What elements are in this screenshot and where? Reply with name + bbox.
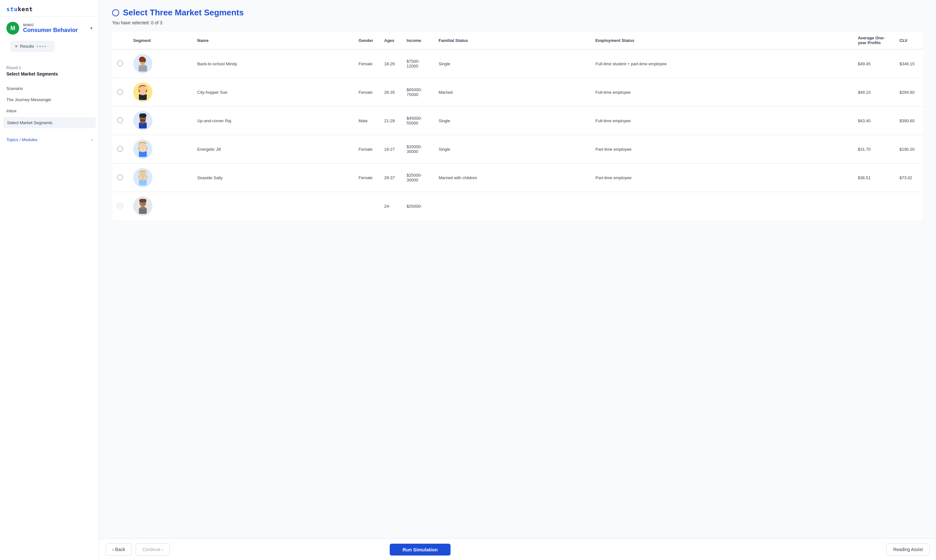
results-label: Results [20, 44, 34, 49]
employment-cell: Full-time employee [591, 78, 853, 106]
main-content: Select Three Market Segments You have se… [99, 0, 936, 538]
segment-radio-jill[interactable] [117, 146, 123, 152]
gender-cell: Female [353, 163, 379, 192]
svg-point-12 [140, 121, 146, 124]
select-label: Select Market Segments [7, 120, 52, 125]
topics-chevron-icon: › [91, 137, 93, 142]
ages-cell: 18-27 [379, 135, 402, 163]
scenario-label: Scenario [6, 86, 23, 91]
back-button[interactable]: ‹ Back [106, 543, 132, 555]
profits-cell [853, 192, 894, 220]
profits-cell: $49.45 [853, 49, 894, 78]
clv-cell: $346.15 [894, 49, 923, 78]
segment-radio-sue[interactable] [117, 89, 123, 95]
employment-cell: Part-time employee [591, 163, 853, 192]
clv-cell: $73.02 [894, 163, 923, 192]
avatar-cell [128, 106, 192, 135]
col-header-radio [112, 32, 128, 49]
segment-radio-partial[interactable] [117, 203, 123, 209]
radio-cell [112, 135, 128, 163]
selected-count-text: You have selected: 0 of 3 [112, 20, 923, 25]
ages-cell: 18-26 [379, 49, 402, 78]
employment-cell: Full-time employee [591, 106, 853, 135]
col-header-clv: CLV [894, 32, 923, 49]
continue-button: Continue › [136, 543, 170, 555]
section-title: Select Market Segments [6, 71, 93, 77]
run-simulation-button[interactable]: Run Simulation [390, 544, 450, 555]
sidebar-item-journey[interactable]: The Journey Messenger [0, 94, 99, 105]
page-header: Select Three Market Segments [112, 8, 923, 18]
name-cell: Up-and-comer Raj [192, 106, 353, 135]
mimic-label: MIMIC [23, 23, 78, 27]
col-header-name: Name [192, 32, 353, 49]
name-cell: City-hopper Sue [192, 78, 353, 106]
reading-assist-button[interactable]: Reading Assist [887, 543, 930, 555]
name-cell: Seaside Sally [192, 163, 353, 192]
gender-cell [353, 192, 379, 220]
hamburger-icon: ≡ [15, 44, 18, 49]
col-header-income: Income [402, 32, 433, 49]
svg-point-20 [140, 171, 146, 178]
table-row: City-hopper Sue Female 26-35 $65000-7500… [112, 78, 923, 106]
col-header-employment: Employment Status [591, 32, 853, 49]
clv-cell [894, 192, 923, 220]
results-dots: ●●●●·· [37, 45, 50, 48]
name-cell: Back-to-school Mindy [192, 49, 353, 78]
sidebar-item-topics[interactable]: Topics / Modules › [0, 134, 99, 145]
employment-cell: Part-time employee [591, 135, 853, 163]
clv-cell: $190.20 [894, 135, 923, 163]
income-cell: $20000-30000 [402, 135, 433, 163]
radio-cell [112, 49, 128, 78]
gender-cell: Male [353, 106, 379, 135]
table-row: Seaside Sally Female 28-37 $25000-30000 … [112, 163, 923, 192]
mimic-header: M MIMIC Consumer Behavior ▾ [0, 17, 99, 38]
segment-radio-mindy[interactable] [117, 60, 123, 66]
segment-radio-sally[interactable] [117, 174, 123, 180]
col-header-segment: Segment [128, 32, 192, 49]
svg-rect-25 [139, 199, 146, 203]
svg-point-18 [140, 150, 146, 152]
radio-cell [112, 78, 128, 106]
table-header: Segment Name Gender Ages Income Familial… [112, 32, 923, 49]
svg-point-3 [140, 64, 146, 67]
profits-cell: $36.51 [853, 163, 894, 192]
gender-cell: Female [353, 135, 379, 163]
main-area: Select Three Market Segments You have se… [99, 0, 936, 560]
header-circle-icon [112, 9, 119, 16]
clv-cell: $294.60 [894, 78, 923, 106]
col-header-profits: Average One-year Profits [853, 32, 894, 49]
name-cell: Energetic Jill [192, 135, 353, 163]
inbox-label: Inbox [6, 108, 17, 113]
round-label: Round 1 [6, 66, 93, 70]
radio-cell [112, 106, 128, 135]
name-cell [192, 192, 353, 220]
sidebar-item-select-segments[interactable]: Select Market Segments [3, 117, 96, 128]
familial-cell: Single [433, 135, 591, 163]
svg-point-5 [140, 85, 146, 93]
table-body: Back-to-school Mindy Female 18-26 $7500-… [112, 49, 923, 220]
segment-radio-raj[interactable] [117, 117, 123, 123]
ages-cell: 28-37 [379, 163, 402, 192]
table-row: Back-to-school Mindy Female 18-26 $7500-… [112, 49, 923, 78]
mimic-title: MIMIC Consumer Behavior [23, 23, 78, 34]
results-button[interactable]: ≡ Results ●●●●·· [10, 41, 55, 52]
familial-cell [433, 192, 591, 220]
gender-cell: Female [353, 78, 379, 106]
employment-cell: Full-time student + part-time employee [591, 49, 853, 78]
employment-cell [591, 192, 853, 220]
familial-cell: Single [433, 49, 591, 78]
familial-cell: Married with children [433, 163, 591, 192]
segments-table: Segment Name Gender Ages Income Familial… [112, 32, 923, 220]
svg-point-22 [140, 178, 146, 181]
ages-cell: 26-35 [379, 78, 402, 106]
topics-label: Topics / Modules [6, 137, 37, 142]
gender-cell: Female [353, 49, 379, 78]
col-header-familial: Familial Status [433, 32, 591, 49]
results-area: ≡ Results ●●●●·· [0, 38, 99, 60]
mimic-chevron-icon[interactable]: ▾ [90, 26, 93, 31]
bottom-bar: ‹ Back Continue › Run Simulation Reading… [99, 538, 936, 560]
sidebar-item-inbox[interactable]: Inbox [0, 105, 99, 117]
sidebar-item-scenario[interactable]: Scenario [0, 83, 99, 94]
avatar-cell [128, 163, 192, 192]
avatar-cell [128, 78, 192, 106]
